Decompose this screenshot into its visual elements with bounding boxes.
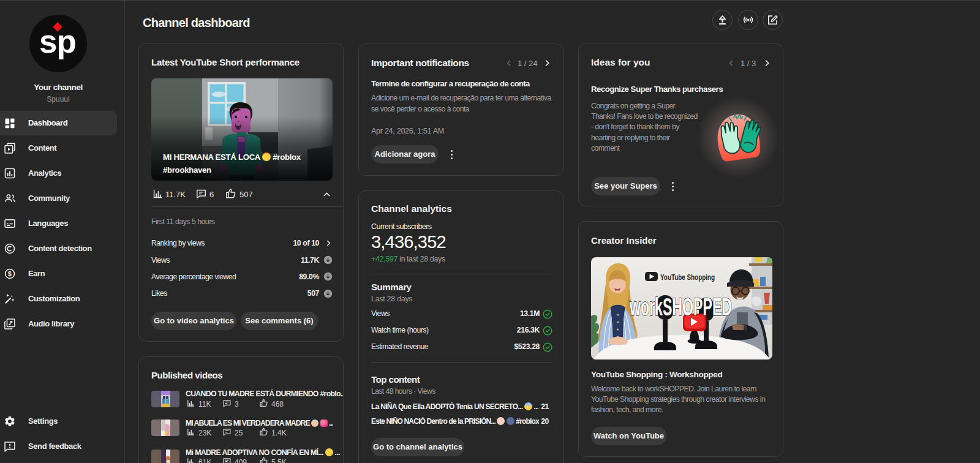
svg-text:YouTube Shopping: YouTube Shopping: [660, 273, 715, 282]
svg-text:workSHOPPED: workSHOPPED: [629, 293, 732, 320]
svg-text:$: $: [8, 271, 12, 277]
